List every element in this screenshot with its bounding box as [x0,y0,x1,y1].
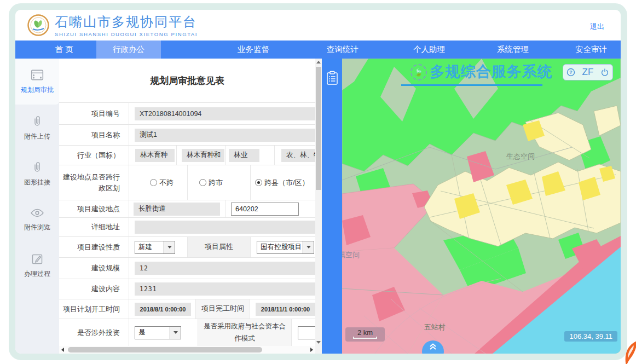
sidebar-item-attachment-upload[interactable]: 附件上传 [15,105,59,151]
sidebar-item-label: 图形挂接 [24,178,50,187]
row-cross-region: 建设地点是否跨行政区划 不跨 跨市 [59,165,322,200]
row-scale: 建设规模 12 [59,257,322,279]
header: 石嘴山市多规协同平台 SHIZUI SHANSHI DUOGUI XIETONG… [15,10,621,41]
nav-tab-business-supervision[interactable]: 业务监督 [221,41,286,59]
row-content: 建设内容 1231 [59,279,322,299]
sidebar-item-graphic-link[interactable]: 图形挂接 [15,151,59,197]
attribute-label: 项目属性 [188,237,250,257]
chevron-down-icon[interactable] [170,327,181,339]
header-titles: 石嘴山市多规协同平台 SHIZUI SHANSHI DUOGUI XIETONG… [55,13,198,37]
nav-tab-security-audit[interactable]: 安全审计 [559,41,623,59]
location-street-input[interactable]: 长胜街道 [134,203,220,216]
map-scalebar: 2 km [345,327,385,342]
edit-square-icon [31,252,44,265]
clipboard-icon [326,71,338,85]
project-no-input[interactable]: XT20180814001094 [135,107,322,120]
sidebar-item-label: 附件上传 [24,132,50,141]
chevron-down-icon[interactable] [164,241,175,253]
scroll-down-arrow[interactable] [316,341,321,344]
chevron-down-icon[interactable] [303,241,314,253]
help-icon[interactable]: ? [566,68,575,77]
map-label-town-space: 镇空间 [342,250,360,260]
nature-select[interactable]: 新建 [135,241,175,254]
radio-label: 不跨 [159,178,174,188]
map-toolbar[interactable]: ? ZF [563,64,613,80]
row-project-name: 项目名称 测试1 [59,124,322,145]
power-icon[interactable] [600,68,609,77]
panel-divider[interactable] [322,59,342,354]
radio-label: 跨县（市/区） [264,178,309,188]
sidebar-item-label: 办理过程 [24,269,50,279]
eye-icon [30,207,44,219]
row-location: 项目建设地点 长胜街道 640202 [59,200,322,217]
vertical-scroll-thumb[interactable] [316,67,321,190]
radio-dot [199,179,206,186]
foreign-invest-select[interactable]: 是 [135,326,181,339]
map-coordinates: 106.34, 39.11 [564,331,617,342]
nav-tab-home[interactable]: 首 页 [32,41,96,59]
app-window: 石嘴山市多规协同平台 SHIZUI SHANSHI DUOGUI XIETONG… [0,0,636,364]
paperclip-icon [31,114,44,128]
project-name-input[interactable]: 测试1 [135,129,322,142]
sidebar-item-planning-approval[interactable]: 规划局审批 [15,59,59,105]
content-input[interactable]: 1231 [135,282,322,296]
scroll-right-arrow[interactable] [310,348,313,352]
app-subtitle: SHIZUI SHANSHI DUOGUI XIETONG PINGTAI [55,31,198,37]
scrollbar-corner [315,346,322,354]
field-label: 建设内容 [59,279,129,299]
content-row: 规划局审批 附件上传 图形挂接 附件浏览 [15,59,621,354]
zf-button[interactable]: ZF [582,67,594,78]
field-label: 行业（国标） [59,146,129,165]
nav-tab-personal-assistant[interactable]: 个人助理 [397,41,461,59]
field-label: 项目名称 [59,125,129,145]
sidebar-item-attachment-browse[interactable]: 附件浏览 [15,197,59,242]
approval-form: 规划局审批意见表 项目编号 XT20180814001094 项目名称 测试1 … [59,59,322,346]
vertical-scrollbar[interactable] [315,59,322,346]
industry-box-1[interactable]: 林木育种 [135,149,175,162]
address-input[interactable] [135,221,322,234]
attribute-select[interactable]: 国有控股项目 [257,241,314,254]
map-layers [342,59,621,354]
scale-input[interactable]: 12 [135,262,322,275]
start-time-input[interactable]: 2018/8/1 0:00:00 [135,303,191,316]
industry-box-3[interactable]: 林业 [229,149,259,162]
corner-flame-decoration [623,341,636,364]
form-window-icon [30,68,44,82]
logout-link[interactable]: 退出 [590,22,604,32]
paperclip-icon [31,160,44,174]
row-industry: 行业（国标） 林木育种 林木育种和 林业 农、林、牧 [59,145,322,165]
row-address: 详细地址 [59,217,322,236]
field-label: 建设地点是否跨行政区划 [59,165,129,200]
field-label: 项目建设地点 [59,200,129,217]
location-code-input[interactable]: 640202 [231,203,299,216]
scalebar-ruler [353,337,377,339]
horizontal-scrollbar[interactable] [59,346,315,354]
scroll-up-arrow[interactable] [316,61,321,63]
nav-tab-system-management[interactable]: 系统管理 [481,41,545,59]
field-label: 建设规模 [59,258,129,279]
horizontal-scroll-thumb[interactable] [68,347,262,353]
map-canvas[interactable]: 生态空间 镇空间 五站村 🍃 多规综合服务系统 ? ZF 2 [342,59,621,354]
sidebar-item-process[interactable]: 办理过程 [15,242,59,288]
radio-cross-city[interactable]: 跨市 [199,178,223,188]
main-nav: 首 页 行政办公 业务监督 查询统计 个人助理 系统管理 安全审计 [15,41,621,59]
nav-tab-admin-office[interactable]: 行政办公 [96,41,161,59]
sidebar-item-label: 附件浏览 [24,223,50,232]
end-time-label: 项目完工时间 [196,299,250,319]
radio-no-cross[interactable]: 不跨 [150,178,174,188]
form-title: 规划局审批意见表 [59,59,315,102]
scroll-left-arrow[interactable] [61,348,64,352]
select-value: 国有控股项目 [257,241,303,253]
field-label: 项目建设性质 [59,237,129,257]
map-watermark-underline [401,84,542,86]
nav-tab-query-statistics[interactable]: 查询统计 [310,41,375,59]
app-title: 石嘴山市多规协同平台 [55,13,198,31]
main-card: 石嘴山市多规协同平台 SHIZUI SHANSHI DUOGUI XIETONG… [9,3,627,360]
industry-box-2[interactable]: 林木育种和 [182,149,224,162]
row-dates: 项目计划开工时间 2018/8/1 0:00:00 项目完工时间 2018/11… [59,299,322,319]
end-time-input[interactable]: 2018/11/1 0:00:00 [256,303,315,316]
map-label-village: 五站村 [424,322,446,332]
radio-dot [150,179,157,186]
select-value: 新建 [135,241,164,253]
radio-cross-county[interactable]: 跨县（市/区） [255,178,309,188]
